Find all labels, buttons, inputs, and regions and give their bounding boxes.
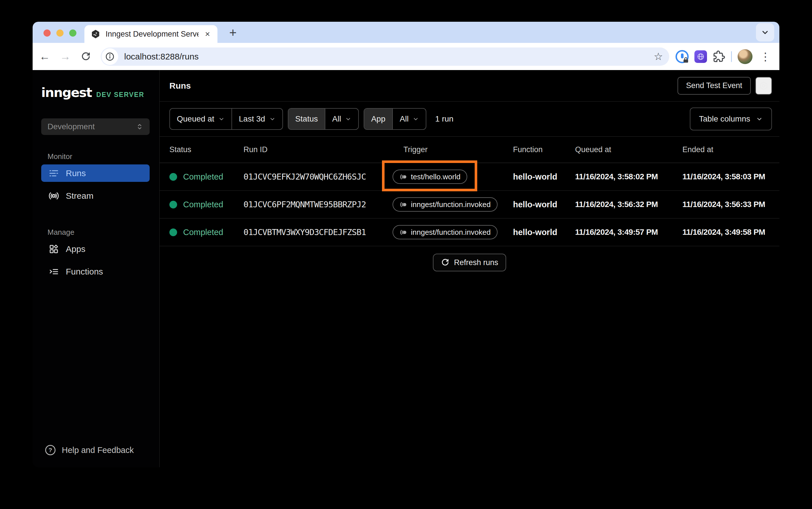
lock-icon: [682, 57, 689, 64]
function-name: hello-world: [513, 228, 575, 237]
profile-avatar[interactable]: [738, 49, 752, 64]
function-name: hello-world: [513, 200, 575, 209]
stream-icon: [48, 191, 59, 201]
forward-button[interactable]: →: [57, 48, 73, 65]
time-filter-group: Queued at Last 3d: [169, 108, 283, 130]
main-content: Runs Send Test Event Queued at Last 3d: [160, 70, 779, 467]
trigger-cell: inngest/function.invoked: [393, 197, 513, 212]
table-columns-button[interactable]: Table columns: [690, 107, 772, 130]
bookmark-star-icon[interactable]: ☆: [654, 50, 663, 63]
chevron-down-icon: [345, 116, 351, 122]
sidebar-item-functions[interactable]: Functions: [41, 263, 150, 280]
help-label: Help and Feedback: [62, 445, 134, 455]
trigger-cell: inngest/function.invoked: [393, 225, 513, 239]
queued-at-timestamp: 11/16/2024, 3:56:32 PM: [575, 200, 682, 209]
chevron-down-icon: [269, 116, 275, 122]
time-range-value: Last 3d: [239, 114, 265, 124]
header-actions: Send Test Event: [678, 77, 772, 95]
queued-at-timestamp: 11/16/2024, 3:49:57 PM: [575, 228, 682, 237]
sidebar-item-label: Functions: [66, 267, 103, 276]
app-value-text: All: [400, 114, 409, 124]
back-button[interactable]: ←: [37, 48, 53, 65]
extensions-puzzle-icon[interactable]: [713, 50, 725, 63]
function-name: hello-world: [513, 172, 575, 181]
sidebar-item-stream[interactable]: Stream: [41, 187, 150, 204]
window-controls: [43, 29, 76, 37]
globe-glyph: [696, 52, 705, 61]
event-icon: [399, 229, 407, 236]
send-test-event-button[interactable]: Send Test Event: [678, 77, 751, 95]
inngest-app: inngest DEV SERVER Development Monitor R…: [33, 70, 779, 467]
trigger-pill[interactable]: test/hello.world: [393, 170, 467, 184]
new-tab-button[interactable]: +: [225, 25, 241, 41]
app-label-text: App: [371, 114, 385, 124]
site-info-button[interactable]: [102, 48, 118, 65]
filter-bar: Queued at Last 3d Status All: [160, 102, 779, 137]
runs-icon: [48, 168, 59, 178]
table-row[interactable]: Completed 01JCVC6PF2MQNMTWE95BBRZPJ2 inn…: [160, 191, 779, 218]
status-cell: Completed: [169, 172, 243, 181]
close-tab-icon[interactable]: ×: [204, 30, 211, 38]
trigger-pill[interactable]: inngest/function.invoked: [393, 225, 497, 239]
settings-button[interactable]: [755, 77, 772, 95]
status-filter-label: Status: [288, 109, 325, 129]
trigger-cell: test/hello.world: [393, 170, 513, 184]
minimize-window-button[interactable]: [56, 29, 64, 37]
status-label: Completed: [183, 172, 223, 181]
chevron-up-down-icon: [136, 123, 143, 130]
environment-selector-value: Development: [47, 122, 95, 131]
environment-selector[interactable]: Development: [41, 118, 150, 135]
browser-extension-icon[interactable]: [694, 50, 707, 63]
ended-at-timestamp: 11/16/2024, 3:56:33 PM: [682, 200, 779, 209]
sidebar-item-label: Runs: [66, 168, 86, 178]
app-filter-value[interactable]: All: [392, 109, 426, 129]
table-header-row: Status Run ID Trigger Function Queued at…: [160, 137, 779, 163]
help-and-feedback[interactable]: ? Help and Feedback: [33, 445, 159, 467]
maximize-window-button[interactable]: [69, 29, 76, 37]
status-dot-icon: [169, 201, 177, 208]
status-value-text: All: [332, 114, 341, 124]
app-filter-group: App All: [364, 108, 426, 130]
refresh-label: Refresh runs: [454, 258, 498, 267]
extensions-area: ⋮: [676, 49, 773, 64]
table-row[interactable]: Completed 01JCVC9EFKJ2W70WQHC6ZH6SJC tes…: [160, 163, 779, 191]
time-field-label: Queued at: [177, 114, 214, 124]
ended-at-timestamp: 11/16/2024, 3:49:58 PM: [682, 228, 779, 237]
event-icon: [399, 173, 407, 181]
address-bar[interactable]: localhost:8288/runs ☆: [101, 47, 669, 66]
time-range-filter[interactable]: Last 3d: [231, 109, 282, 129]
trigger-name: test/hello.world: [411, 172, 460, 181]
chevron-down-icon: [756, 115, 763, 123]
close-window-button[interactable]: [43, 29, 51, 37]
table-row[interactable]: Completed 01JCVBTMV3WXY9D3CFDEJFZSB1 inn…: [160, 218, 779, 246]
tab-search-button[interactable]: [756, 23, 774, 41]
time-field-filter[interactable]: Queued at: [170, 109, 231, 129]
run-id: 01JCVC6PF2MQNMTWE95BBRZPJ2: [243, 200, 393, 209]
column-header-status: Status: [169, 145, 243, 154]
refresh-runs-button[interactable]: Refresh runs: [433, 253, 507, 271]
status-cell: Completed: [169, 228, 243, 237]
column-header-run-id: Run ID: [243, 145, 393, 154]
sidebar: inngest DEV SERVER Development Monitor R…: [33, 70, 160, 467]
sidebar-item-apps[interactable]: Apps: [41, 240, 150, 258]
column-header-trigger: Trigger: [393, 145, 513, 154]
column-header-queued-at: Queued at: [575, 145, 682, 154]
browser-tab[interactable]: Inngest Development Server ×: [85, 25, 218, 43]
refresh-row: Refresh runs: [160, 246, 779, 271]
password-manager-extension-icon[interactable]: [676, 50, 689, 63]
run-id: 01JCVBTMV3WXY9D3CFDEJFZSB1: [243, 227, 393, 237]
browser-menu-button[interactable]: ⋮: [758, 50, 773, 63]
inngest-logo: inngest: [41, 85, 92, 100]
trigger-name: inngest/function.invoked: [411, 200, 491, 209]
url-text: localhost:8288/runs: [124, 52, 648, 62]
chevron-down-icon: [413, 116, 419, 122]
reload-button[interactable]: [78, 48, 94, 65]
sidebar-item-runs[interactable]: Runs: [41, 164, 150, 182]
status-filter-value[interactable]: All: [325, 109, 358, 129]
queued-at-timestamp: 11/16/2024, 3:58:02 PM: [575, 172, 682, 181]
inngest-favicon-icon: [91, 29, 100, 39]
manage-section-label: Manage: [47, 228, 159, 237]
status-label: Completed: [183, 228, 223, 237]
trigger-pill[interactable]: inngest/function.invoked: [393, 197, 497, 212]
trigger-name: inngest/function.invoked: [411, 228, 491, 237]
